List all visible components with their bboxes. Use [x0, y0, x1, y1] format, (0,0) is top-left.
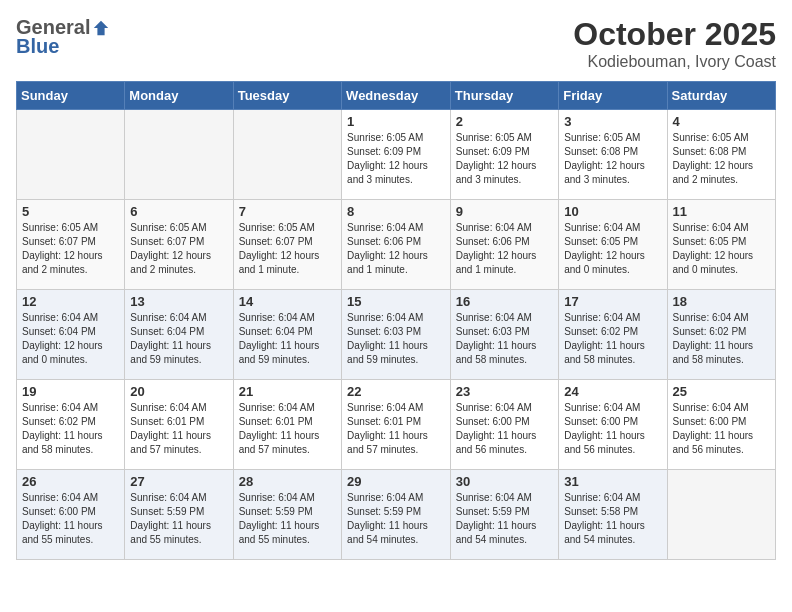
day-info: Sunrise: 6:05 AMSunset: 6:08 PMDaylight:… — [564, 132, 645, 185]
day-number: 15 — [347, 294, 445, 309]
day-info: Sunrise: 6:04 AMSunset: 5:59 PMDaylight:… — [130, 492, 211, 545]
day-number: 3 — [564, 114, 661, 129]
logo-blue: Blue — [16, 35, 59, 58]
day-number: 26 — [22, 474, 119, 489]
day-number: 5 — [22, 204, 119, 219]
day-5: 5Sunrise: 6:05 AMSunset: 6:07 PMDaylight… — [17, 200, 125, 290]
day-number: 6 — [130, 204, 227, 219]
day-15: 15Sunrise: 6:04 AMSunset: 6:03 PMDayligh… — [342, 290, 451, 380]
day-20: 20Sunrise: 6:04 AMSunset: 6:01 PMDayligh… — [125, 380, 233, 470]
header-tuesday: Tuesday — [233, 82, 341, 110]
day-19: 19Sunrise: 6:04 AMSunset: 6:02 PMDayligh… — [17, 380, 125, 470]
day-number: 17 — [564, 294, 661, 309]
week-row-5: 26Sunrise: 6:04 AMSunset: 6:00 PMDayligh… — [17, 470, 776, 560]
day-22: 22Sunrise: 6:04 AMSunset: 6:01 PMDayligh… — [342, 380, 451, 470]
logo: General Blue — [16, 16, 110, 58]
day-info: Sunrise: 6:05 AMSunset: 6:07 PMDaylight:… — [22, 222, 103, 275]
day-number: 1 — [347, 114, 445, 129]
day-23: 23Sunrise: 6:04 AMSunset: 6:00 PMDayligh… — [450, 380, 558, 470]
day-info: Sunrise: 6:04 AMSunset: 6:00 PMDaylight:… — [22, 492, 103, 545]
day-11: 11Sunrise: 6:04 AMSunset: 6:05 PMDayligh… — [667, 200, 776, 290]
day-number: 24 — [564, 384, 661, 399]
day-number: 19 — [22, 384, 119, 399]
header-saturday: Saturday — [667, 82, 776, 110]
day-number: 2 — [456, 114, 553, 129]
day-30: 30Sunrise: 6:04 AMSunset: 5:59 PMDayligh… — [450, 470, 558, 560]
day-info: Sunrise: 6:04 AMSunset: 5:59 PMDaylight:… — [456, 492, 537, 545]
day-info: Sunrise: 6:04 AMSunset: 6:04 PMDaylight:… — [130, 312, 211, 365]
day-24: 24Sunrise: 6:04 AMSunset: 6:00 PMDayligh… — [559, 380, 667, 470]
header-sunday: Sunday — [17, 82, 125, 110]
day-number: 25 — [673, 384, 771, 399]
day-number: 29 — [347, 474, 445, 489]
day-number: 30 — [456, 474, 553, 489]
day-info: Sunrise: 6:05 AMSunset: 6:09 PMDaylight:… — [456, 132, 537, 185]
day-6: 6Sunrise: 6:05 AMSunset: 6:07 PMDaylight… — [125, 200, 233, 290]
day-number: 18 — [673, 294, 771, 309]
page-header: General Blue October 2025 Kodiebouman, I… — [16, 16, 776, 71]
day-8: 8Sunrise: 6:04 AMSunset: 6:06 PMDaylight… — [342, 200, 451, 290]
day-info: Sunrise: 6:04 AMSunset: 6:02 PMDaylight:… — [22, 402, 103, 455]
month-title: October 2025 — [573, 16, 776, 53]
day-2: 2Sunrise: 6:05 AMSunset: 6:09 PMDaylight… — [450, 110, 558, 200]
week-row-4: 19Sunrise: 6:04 AMSunset: 6:02 PMDayligh… — [17, 380, 776, 470]
day-info: Sunrise: 6:04 AMSunset: 5:58 PMDaylight:… — [564, 492, 645, 545]
header-friday: Friday — [559, 82, 667, 110]
day-10: 10Sunrise: 6:04 AMSunset: 6:05 PMDayligh… — [559, 200, 667, 290]
day-9: 9Sunrise: 6:04 AMSunset: 6:06 PMDaylight… — [450, 200, 558, 290]
day-number: 23 — [456, 384, 553, 399]
day-14: 14Sunrise: 6:04 AMSunset: 6:04 PMDayligh… — [233, 290, 341, 380]
day-3: 3Sunrise: 6:05 AMSunset: 6:08 PMDaylight… — [559, 110, 667, 200]
day-18: 18Sunrise: 6:04 AMSunset: 6:02 PMDayligh… — [667, 290, 776, 380]
empty-cell — [17, 110, 125, 200]
day-number: 7 — [239, 204, 336, 219]
day-info: Sunrise: 6:04 AMSunset: 6:01 PMDaylight:… — [130, 402, 211, 455]
day-16: 16Sunrise: 6:04 AMSunset: 6:03 PMDayligh… — [450, 290, 558, 380]
day-26: 26Sunrise: 6:04 AMSunset: 6:00 PMDayligh… — [17, 470, 125, 560]
day-info: Sunrise: 6:05 AMSunset: 6:07 PMDaylight:… — [239, 222, 320, 275]
day-number: 28 — [239, 474, 336, 489]
header-monday: Monday — [125, 82, 233, 110]
day-info: Sunrise: 6:05 AMSunset: 6:07 PMDaylight:… — [130, 222, 211, 275]
day-info: Sunrise: 6:04 AMSunset: 6:06 PMDaylight:… — [347, 222, 428, 275]
day-info: Sunrise: 6:04 AMSunset: 5:59 PMDaylight:… — [347, 492, 428, 545]
empty-cell — [667, 470, 776, 560]
week-row-2: 5Sunrise: 6:05 AMSunset: 6:07 PMDaylight… — [17, 200, 776, 290]
day-number: 22 — [347, 384, 445, 399]
day-info: Sunrise: 6:04 AMSunset: 6:00 PMDaylight:… — [456, 402, 537, 455]
day-info: Sunrise: 6:04 AMSunset: 6:02 PMDaylight:… — [673, 312, 754, 365]
day-info: Sunrise: 6:04 AMSunset: 6:01 PMDaylight:… — [239, 402, 320, 455]
day-13: 13Sunrise: 6:04 AMSunset: 6:04 PMDayligh… — [125, 290, 233, 380]
day-number: 16 — [456, 294, 553, 309]
day-12: 12Sunrise: 6:04 AMSunset: 6:04 PMDayligh… — [17, 290, 125, 380]
day-number: 4 — [673, 114, 771, 129]
day-number: 10 — [564, 204, 661, 219]
day-info: Sunrise: 6:04 AMSunset: 6:03 PMDaylight:… — [456, 312, 537, 365]
logo-icon — [92, 19, 110, 37]
day-number: 21 — [239, 384, 336, 399]
header-wednesday: Wednesday — [342, 82, 451, 110]
day-info: Sunrise: 6:05 AMSunset: 6:08 PMDaylight:… — [673, 132, 754, 185]
day-29: 29Sunrise: 6:04 AMSunset: 5:59 PMDayligh… — [342, 470, 451, 560]
day-number: 12 — [22, 294, 119, 309]
empty-cell — [125, 110, 233, 200]
day-25: 25Sunrise: 6:04 AMSunset: 6:00 PMDayligh… — [667, 380, 776, 470]
day-info: Sunrise: 6:05 AMSunset: 6:09 PMDaylight:… — [347, 132, 428, 185]
day-17: 17Sunrise: 6:04 AMSunset: 6:02 PMDayligh… — [559, 290, 667, 380]
day-info: Sunrise: 6:04 AMSunset: 6:00 PMDaylight:… — [673, 402, 754, 455]
day-number: 14 — [239, 294, 336, 309]
day-1: 1Sunrise: 6:05 AMSunset: 6:09 PMDaylight… — [342, 110, 451, 200]
location: Kodiebouman, Ivory Coast — [573, 53, 776, 71]
day-number: 8 — [347, 204, 445, 219]
day-info: Sunrise: 6:04 AMSunset: 6:06 PMDaylight:… — [456, 222, 537, 275]
day-number: 20 — [130, 384, 227, 399]
title-area: October 2025 Kodiebouman, Ivory Coast — [573, 16, 776, 71]
calendar-header-row: SundayMondayTuesdayWednesdayThursdayFrid… — [17, 82, 776, 110]
header-thursday: Thursday — [450, 82, 558, 110]
day-info: Sunrise: 6:04 AMSunset: 6:01 PMDaylight:… — [347, 402, 428, 455]
day-31: 31Sunrise: 6:04 AMSunset: 5:58 PMDayligh… — [559, 470, 667, 560]
day-21: 21Sunrise: 6:04 AMSunset: 6:01 PMDayligh… — [233, 380, 341, 470]
week-row-1: 1Sunrise: 6:05 AMSunset: 6:09 PMDaylight… — [17, 110, 776, 200]
day-4: 4Sunrise: 6:05 AMSunset: 6:08 PMDaylight… — [667, 110, 776, 200]
day-number: 13 — [130, 294, 227, 309]
